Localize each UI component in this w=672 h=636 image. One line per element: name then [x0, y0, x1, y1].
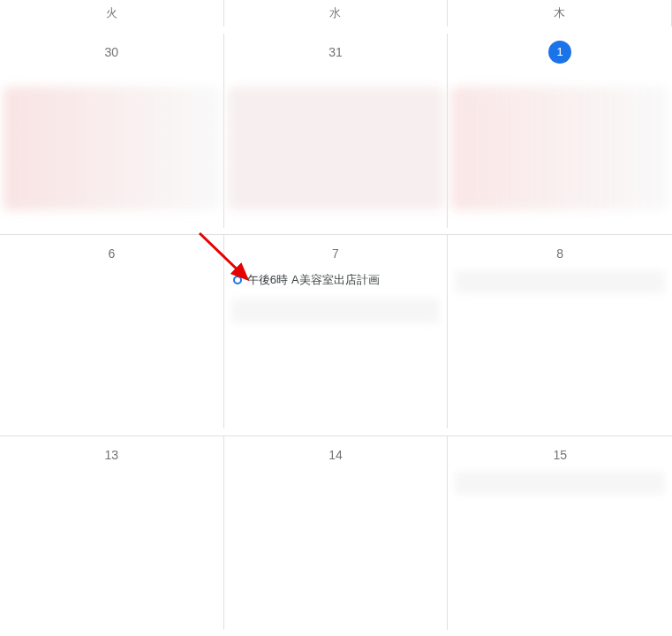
blurred-content	[455, 472, 665, 495]
day-header-thu: 木	[448, 0, 672, 26]
date-label: 13	[0, 443, 223, 466]
calendar-cell[interactable]: 15	[448, 435, 672, 630]
blurred-content	[451, 87, 668, 210]
date-label: 30	[0, 41, 223, 64]
event-title: A美容室出店計画	[291, 272, 380, 288]
calendar-cell[interactable]: 7 午後6時 A美容室出店計画	[224, 234, 449, 428]
calendar-grid: 火 水 木 30 31 1 6 7 午後6時 A美容室出店計画 8 13 14	[0, 0, 672, 636]
calendar-cell[interactable]: 13	[0, 435, 224, 630]
blurred-content	[4, 87, 220, 210]
date-label: 15	[448, 443, 672, 466]
calendar-cell[interactable]: 14	[224, 435, 449, 630]
calendar-event[interactable]: 午後6時 A美容室出店計画	[228, 270, 444, 290]
date-label: 6	[0, 242, 223, 265]
day-header-tue: 火	[0, 0, 224, 26]
date-label: 8	[448, 242, 672, 265]
date-label: 31	[224, 41, 448, 64]
date-label-today: 1	[448, 41, 672, 64]
blurred-content	[231, 299, 441, 323]
calendar-cell[interactable]: 31	[224, 34, 449, 228]
event-open-circle-icon	[233, 276, 242, 284]
calendar-cell[interactable]: 30	[0, 34, 224, 228]
blurred-content	[228, 87, 444, 210]
today-circle: 1	[548, 41, 571, 64]
calendar-cell[interactable]: 6	[0, 234, 224, 428]
event-time: 午後6時	[247, 272, 288, 288]
date-label: 7	[224, 242, 448, 265]
calendar-cell[interactable]: 1	[448, 34, 672, 228]
day-header-wed: 水	[224, 0, 449, 26]
calendar-cell[interactable]: 8	[448, 234, 672, 428]
date-label: 14	[224, 443, 448, 466]
blurred-content	[455, 270, 665, 293]
